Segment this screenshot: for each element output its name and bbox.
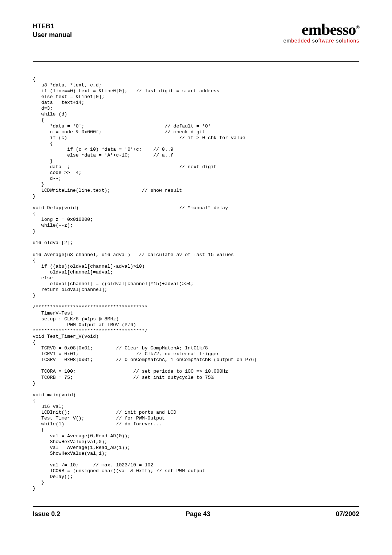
- registered-icon: ®: [356, 25, 359, 30]
- footer-date: 07/2002: [336, 510, 359, 518]
- header-divider: [33, 61, 359, 62]
- logo: embesso® embedded software solutions: [283, 22, 359, 44]
- doc-title-line2: User manual: [33, 31, 72, 39]
- page-footer: Issue 0.2 Page 43 07/2002: [33, 510, 359, 518]
- logo-main: embesso®: [283, 22, 359, 38]
- logo-tagline: embedded software solutions: [283, 38, 359, 44]
- footer-issue: Issue 0.2: [33, 510, 60, 518]
- footer-page: Page 43: [185, 510, 210, 518]
- doc-title-line1: HTEB1: [33, 23, 54, 30]
- code-listing: { u8 *data, *text, c,d; if (line==0) tex…: [33, 77, 359, 492]
- footer-divider: [33, 506, 359, 507]
- page-header: HTEB1 User manual embesso® embedded soft…: [33, 22, 359, 47]
- header-title: HTEB1 User manual: [33, 22, 72, 40]
